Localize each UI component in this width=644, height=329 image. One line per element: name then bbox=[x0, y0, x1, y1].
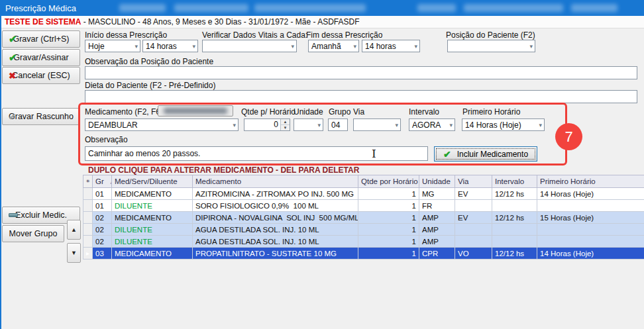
cell-gr: 02 bbox=[93, 212, 112, 224]
observacao-input[interactable] bbox=[85, 146, 428, 161]
cell-primeiro: 15 Horas (Hoje) bbox=[537, 212, 644, 224]
vitais-label: Verificar Dados Vitais a Cada: bbox=[202, 30, 307, 40]
table-row[interactable]: 02 MEDICAMENTO DIPIRONA - NOVALGINA SOL … bbox=[83, 212, 644, 224]
check-icon: ✔ bbox=[443, 149, 451, 160]
column-header-tipo[interactable]: Med/Serv/Diluente bbox=[112, 175, 193, 188]
blurred-text bbox=[417, 4, 456, 12]
cell-qtde: 1 bbox=[358, 224, 419, 236]
medicamento-select[interactable]: DEAMBULAR ▾ bbox=[85, 118, 239, 131]
inicio-day-value: Hoje bbox=[88, 42, 105, 51]
cell-qtde: 1 bbox=[358, 236, 419, 248]
cell-unidade: AMP bbox=[419, 224, 455, 236]
cell-qtde: 1 bbox=[358, 200, 419, 212]
column-header-medicamento[interactable]: Medicamento bbox=[193, 175, 358, 188]
window-border bbox=[0, 16, 1, 329]
cell-medicamento: AGUA DESTILADA SOL. INJ. 10 ML bbox=[193, 236, 358, 248]
cell-primeiro bbox=[537, 236, 644, 248]
fim-day-value: Amanhã bbox=[311, 42, 341, 51]
column-header-intervalo[interactable]: Intervalo bbox=[492, 175, 537, 188]
qtde-stepper[interactable]: 0 ▲ ▼ bbox=[244, 118, 290, 131]
cell-primeiro: 14 Horas (Hoje) bbox=[537, 188, 644, 200]
cell-unidade: MG bbox=[419, 188, 455, 200]
table-row[interactable]: 02 DILUENTE AGUA DESTILADA SOL. INJ. 10 … bbox=[83, 224, 644, 236]
fim-label: Fim dessa Prescrição bbox=[306, 30, 382, 40]
text-cursor-icon: I bbox=[372, 147, 376, 160]
table-row[interactable]: 01 DILUENTE SORO FISIOLOGICO 0,9% 100 ML… bbox=[83, 200, 644, 212]
cell-unidade: CPR bbox=[419, 248, 455, 259]
fim-day-select[interactable]: Amanhã ▾ bbox=[308, 40, 359, 52]
move-group-down-button[interactable]: ▼ bbox=[67, 243, 81, 263]
cell-tipo: DILUENTE bbox=[112, 224, 193, 236]
cell-unidade: AMP bbox=[419, 236, 455, 248]
cancel-button-label: Cancelar (ESC) bbox=[12, 71, 70, 80]
via-label: Via bbox=[353, 107, 364, 117]
cell-via: EV bbox=[455, 212, 492, 224]
cell-intervalo: 12/12 hs bbox=[492, 212, 537, 224]
posicao-select[interactable]: ▾ bbox=[447, 40, 535, 52]
table-row[interactable]: 01 MEDICAMENTO AZITROMICINA - ZITROMAX P… bbox=[83, 188, 644, 200]
cell-unidade: AMP bbox=[419, 212, 455, 224]
chevron-down-icon: ▾ bbox=[231, 122, 236, 128]
table-header-row: ✳ Gr▲ Med/Serv/Diluente Medicamento Qtde… bbox=[83, 175, 644, 188]
blurred-text bbox=[254, 4, 366, 12]
cancel-button[interactable]: ✖ Cancelar (ESC) bbox=[2, 67, 80, 84]
save-sign-button[interactable]: ✔ Gravar/Assinar bbox=[2, 49, 80, 66]
obs-posicao-input[interactable] bbox=[85, 66, 637, 79]
unidade-label: Unidade bbox=[294, 107, 323, 117]
grupo-input[interactable] bbox=[328, 118, 348, 131]
chevron-down-icon: ▾ bbox=[351, 43, 356, 50]
medicamento-extra-button[interactable] bbox=[158, 105, 233, 117]
cell-via bbox=[455, 200, 492, 212]
grid-body: 01 MEDICAMENTO AZITROMICINA - ZITROMAX P… bbox=[83, 188, 644, 259]
chevron-down-icon: ▾ bbox=[315, 122, 321, 128]
cell-via: VO bbox=[455, 248, 492, 259]
blurred-text bbox=[119, 4, 166, 12]
inicio-label: Início dessa Prescrição bbox=[85, 30, 167, 40]
via-select[interactable]: ▾ bbox=[353, 118, 401, 131]
chevron-down-icon: ▾ bbox=[527, 43, 533, 50]
grid-options-icon[interactable]: ✳ bbox=[83, 175, 93, 188]
cell-via bbox=[455, 236, 492, 248]
cell-medicamento: PROPATILNITRATO - SUSTRATE 10 MG bbox=[193, 248, 358, 259]
move-group-button[interactable]: Mover Grupo bbox=[2, 225, 64, 242]
column-header-via[interactable]: Via bbox=[455, 175, 492, 188]
column-header-primeiro[interactable]: Primeiro Horário bbox=[537, 175, 644, 188]
cell-gr: 03 bbox=[93, 248, 112, 259]
fim-time-select[interactable]: 14 horas ▾ bbox=[362, 40, 420, 52]
annotation-badge: 7 bbox=[555, 123, 582, 150]
intervalo-select[interactable]: AGORA ▾ bbox=[409, 118, 455, 131]
cell-medicamento: DIPIRONA - NOVALGINA SOL INJ 500 MG/ML 2 bbox=[193, 212, 358, 224]
check-gray-icon: ✔ bbox=[9, 112, 16, 122]
save-button[interactable]: ✔ Gravar (Ctrl+S) bbox=[2, 30, 80, 48]
cell-primeiro: 14 Horas (Hoje) bbox=[537, 248, 644, 259]
patient-details: - MASCULINO - 48 Anos, 9 Meses e 30 Dias… bbox=[81, 17, 359, 26]
save-draft-button[interactable]: ✔ Gravar Rascunho bbox=[2, 108, 80, 125]
cell-qtde: 1 bbox=[358, 188, 419, 200]
cell-gr: 01 bbox=[93, 200, 112, 212]
incluir-medicamento-button[interactable]: ✔ Incluir Medicamento bbox=[434, 146, 537, 162]
cell-intervalo bbox=[492, 200, 537, 212]
table-row[interactable]: 02 DILUENTE AGUA DESTILADA SOL. INJ. 10 … bbox=[83, 236, 644, 248]
table-row[interactable]: ▸ 03 MEDICAMENTO PROPATILNITRATO - SUSTR… bbox=[83, 248, 644, 259]
cell-intervalo bbox=[492, 236, 537, 248]
cell-tipo: DILUENTE bbox=[112, 236, 193, 248]
vitais-select[interactable]: ▾ bbox=[202, 40, 297, 52]
inicio-time-select[interactable]: 14 horas ▾ bbox=[142, 40, 198, 52]
dieta-input[interactable] bbox=[85, 90, 637, 103]
dash-icon bbox=[9, 213, 18, 217]
arrow-up-icon: ▲ bbox=[71, 226, 77, 233]
primeiro-horario-select[interactable]: 14 Horas (Hoje) ▾ bbox=[462, 118, 545, 131]
column-header-qtde[interactable]: Qtde por Horário bbox=[358, 175, 419, 188]
title-bar: Prescrição Médica bbox=[0, 0, 644, 16]
blurred-text bbox=[571, 4, 617, 12]
spin-down-icon[interactable]: ▼ bbox=[281, 125, 290, 130]
inicio-day-select[interactable]: Hoje ▾ bbox=[85, 40, 140, 52]
cell-unidade: FR bbox=[419, 200, 455, 212]
spin-up-icon[interactable]: ▲ bbox=[281, 119, 290, 125]
column-header-unidade[interactable]: Unidade bbox=[419, 175, 455, 188]
column-header-gr[interactable]: Gr▲ bbox=[93, 175, 112, 188]
move-group-up-button[interactable]: ▲ bbox=[67, 220, 81, 240]
chevron-down-icon: ▾ bbox=[447, 122, 453, 128]
unidade-select[interactable]: ▾ bbox=[294, 118, 323, 131]
grid-caption: DUPLO CLIQUE PARA ALTERAR MEDICAMENTO - … bbox=[88, 165, 359, 175]
